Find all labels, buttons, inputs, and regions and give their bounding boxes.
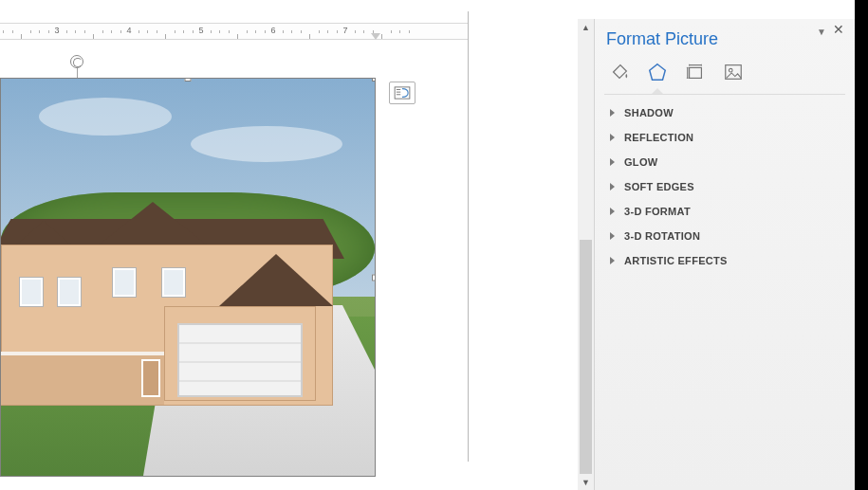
picture-porch — [1, 352, 164, 405]
scrollbar-thumb[interactable] — [580, 240, 592, 474]
effects-sections-list: SHADOW REFLECTION GLOW SOFT EDGES 3-D FO… — [595, 95, 855, 279]
pane-options-dropdown[interactable]: ▼ — [817, 27, 826, 36]
picture-window — [20, 278, 43, 306]
section-soft-edges[interactable]: SOFT EDGES — [602, 174, 847, 199]
scroll-down-button[interactable]: ▼ — [578, 474, 594, 490]
svg-marker-4 — [650, 64, 666, 81]
svg-rect-5 — [690, 67, 702, 78]
pane-close-button[interactable]: ✕ — [832, 23, 845, 36]
disclosure-triangle-icon — [610, 158, 615, 166]
format-picture-pane: Format Picture ▼ ✕ — [594, 19, 855, 490]
rotation-handle-stem — [77, 68, 78, 78]
disclosure-triangle-icon — [610, 109, 615, 117]
rotation-handle-icon[interactable] — [70, 55, 83, 68]
tab-picture[interactable] — [720, 59, 747, 85]
picture-window — [58, 278, 81, 306]
section-label: ARTISTIC EFFECTS — [624, 255, 728, 266]
pane-category-tabs — [595, 53, 855, 95]
section-3d-format[interactable]: 3-D FORMAT — [602, 199, 847, 224]
svg-point-13 — [729, 68, 732, 72]
layout-options-button[interactable] — [389, 82, 416, 104]
pane-header: Format Picture ▼ ✕ — [595, 19, 855, 53]
vertical-scrollbar[interactable]: ▲ ▼ — [578, 19, 594, 490]
section-3d-rotation[interactable]: 3-D ROTATION — [602, 224, 847, 248]
section-label: SOFT EDGES — [624, 181, 694, 192]
disclosure-triangle-icon — [610, 257, 615, 264]
scroll-up-button[interactable]: ▲ — [578, 19, 594, 35]
document-area[interactable]: 34567 — [0, 0, 469, 490]
selection-handle-top-right[interactable] — [372, 78, 376, 82]
picture-icon — [723, 62, 744, 82]
tab-effects[interactable] — [644, 59, 671, 85]
layout-options-icon — [394, 86, 411, 100]
pentagon-effects-icon — [647, 62, 668, 82]
scrollbar-track[interactable] — [578, 35, 594, 474]
tab-layout-and-properties[interactable] — [682, 59, 709, 85]
disclosure-triangle-icon — [610, 134, 615, 141]
section-label: GLOW — [624, 156, 657, 168]
section-shadow[interactable]: SHADOW — [602, 100, 847, 125]
picture-door — [141, 359, 160, 397]
picture-window — [113, 268, 136, 297]
tab-fill-and-line[interactable] — [606, 59, 633, 85]
section-label: SHADOW — [624, 107, 674, 118]
disclosure-triangle-icon — [610, 183, 615, 191]
size-properties-icon — [685, 62, 706, 82]
disclosure-triangle-icon — [610, 208, 615, 215]
section-glow[interactable]: GLOW — [602, 150, 847, 174]
selection-handle-top[interactable] — [185, 78, 192, 82]
section-label: 3-D FORMAT — [624, 206, 691, 217]
picture-garage-door — [177, 323, 303, 397]
window-right-border — [855, 0, 868, 490]
picture-window — [162, 268, 185, 297]
section-label: REFLECTION — [624, 132, 693, 143]
pane-title: Format Picture — [606, 29, 718, 49]
section-artistic-effects[interactable]: ARTISTIC EFFECTS — [602, 248, 847, 273]
selection-handle-right[interactable] — [372, 274, 376, 281]
section-label: 3-D ROTATION — [624, 230, 700, 242]
section-reflection[interactable]: REFLECTION — [602, 125, 847, 150]
paint-bucket-icon — [609, 62, 630, 82]
app-window: 34567 — [0, 0, 868, 490]
selected-picture[interactable] — [0, 78, 376, 477]
disclosure-triangle-icon — [610, 232, 615, 240]
